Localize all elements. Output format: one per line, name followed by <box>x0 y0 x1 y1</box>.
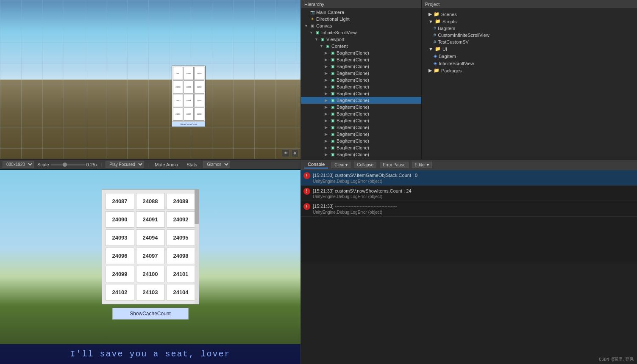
project-item-bagitem-prefab[interactable]: ◈ BagItem <box>422 52 637 60</box>
game-cell: 24098 <box>167 248 195 264</box>
hierarchy-item-bagitem[interactable]: ▶▣BagItem(Clone) <box>301 77 421 83</box>
resolution-select[interactable]: 080x1920 <box>3 161 34 168</box>
game-scrollbar[interactable] <box>195 190 199 304</box>
game-cell: 24097 <box>136 248 165 264</box>
preview-cell: 24091 <box>184 80 194 94</box>
game-cell: 24102 <box>106 284 134 301</box>
hierarchy-item-bagitem[interactable]: ▶▣BagItem(Clone) <box>301 110 421 117</box>
arrow-icon: ▼ <box>314 37 319 41</box>
hierarchy-item-bagitem[interactable]: ▶▣BagItem(Clone) <box>301 63 421 70</box>
arrow-icon: ▶ <box>325 125 329 130</box>
error-pause-button[interactable]: Error Pause <box>380 162 408 168</box>
arrow-icon: ▶ <box>325 71 329 75</box>
hierarchy-item-viewport[interactable]: ▼ ▣ Viewport <box>301 36 421 43</box>
hierarchy-item-bagitem[interactable]: ▶▣BagItem(Clone) <box>301 56 421 63</box>
console-error-item-2[interactable]: ! [15:21:33] customSV.nowShowItems.Count… <box>301 186 637 201</box>
project-item-custom-script[interactable]: # CustomInfiniteScrollView <box>422 32 637 39</box>
project-item-scenes[interactable]: ▶ 📁 Scenes <box>422 11 637 18</box>
hierarchy-item-bagitem[interactable]: ▶▣BagItem(Clone) <box>301 138 421 144</box>
game-cell: 24096 <box>106 248 134 264</box>
preview-cell: 24090 <box>173 80 183 94</box>
play-mode-select[interactable]: Play Focused <box>106 161 144 168</box>
move-icon[interactable]: ✥ <box>291 149 299 157</box>
gameobj-icon: ▣ <box>330 77 335 83</box>
preview-cell: 24089 <box>194 67 204 80</box>
hierarchy-item-bagitem[interactable]: ▶▣BagItem(Clone) <box>301 151 421 158</box>
game-cell: 24103 <box>136 284 165 301</box>
hierarchy-title: Hierarchy <box>304 2 324 7</box>
console-header: Console Clear ▾ Collapse Error Pause Edi… <box>301 160 637 170</box>
project-item-ui[interactable]: ▼ 📁 UI <box>422 45 637 52</box>
hierarchy-item-bagitem[interactable]: ▶▣BagItem(Clone) <box>301 144 421 151</box>
console-error-item-3[interactable]: ! [15:21:33] ---------------------------… <box>301 201 637 217</box>
folder-icon: 📁 <box>434 11 440 17</box>
game-cell: 24092 <box>167 211 195 228</box>
hierarchy-item-bagitem[interactable]: ▶▣BagItem(Clone) <box>301 50 421 56</box>
hier-item-label: BagItem(Clone) <box>337 145 369 150</box>
gizmos-select[interactable]: Gizmos <box>203 161 230 168</box>
arrow-icon: ▶ <box>325 152 329 157</box>
arrow-icon: ▼ <box>304 24 309 28</box>
arrow-icon: ▼ <box>320 44 324 48</box>
clear-button[interactable]: Clear ▾ <box>331 162 350 168</box>
project-header: Project <box>422 0 637 9</box>
gameobj-icon: ▣ <box>330 152 335 157</box>
hierarchy-item-content[interactable]: ▼ ▣ Content <box>301 43 421 50</box>
hierarchy-item-bagitem[interactable]: ▶▣BagItem(Clone) <box>301 104 421 110</box>
project-panel: Project ▶ 📁 Scenes ▼ 📁 Scripts # BagItem… <box>422 0 637 159</box>
eye-icon[interactable]: 👁 <box>282 149 289 157</box>
hierarchy-item-bagitem[interactable]: ▶▣BagItem(Clone) <box>301 117 421 124</box>
hier-item-label: BagItem(Clone) <box>337 125 369 130</box>
preview-cell: 24098 <box>194 108 204 121</box>
bottom-area: 080x1920 Scale 0.25x | Play Focused | Mu… <box>0 159 637 364</box>
scale-slider[interactable] <box>51 164 85 165</box>
gameobj-icon: ▣ <box>325 44 330 49</box>
gameobj-icon: ▣ <box>320 37 325 42</box>
preview-cell: 24088 <box>184 67 194 80</box>
arrow-icon: ▼ <box>425 19 433 24</box>
tab-console[interactable]: Console <box>304 161 328 168</box>
proj-item-label: Scripts <box>442 19 457 24</box>
project-item-scrollview-prefab[interactable]: ◈ InfiniteScrollView <box>422 60 637 67</box>
hierarchy-item-bagitem[interactable]: ▶▣BagItem(Clone) <box>301 83 421 90</box>
gameobj-icon: ▣ <box>330 64 335 69</box>
hierarchy-item-directional-light[interactable]: ☀ Directional Light <box>301 16 421 22</box>
hier-item-label: BagItem(Clone) <box>337 98 369 103</box>
editor-label: Editor <box>415 163 426 167</box>
project-item-bagitem-script[interactable]: # BagItem <box>422 25 637 32</box>
gameobj-icon: ▣ <box>330 91 335 96</box>
hierarchy-item-main-camera[interactable]: 📷 Main Camera <box>301 9 421 16</box>
arrow-icon: ▶ <box>325 78 329 82</box>
hierarchy-item-bagitem[interactable]: ▶▣BagItem(Clone) <box>301 131 421 138</box>
project-items: ▶ 📁 Scenes ▼ 📁 Scripts # BagItem # Custo… <box>422 9 637 159</box>
scale-thumb <box>63 163 67 167</box>
gameobj-icon: ▣ <box>330 71 335 76</box>
console-text-main: [15:21:33] -----------------------------… <box>313 203 397 210</box>
console-error-item-1[interactable]: ! [15:21:33] customSV.itemGameObjStack.C… <box>301 170 637 186</box>
project-item-packages[interactable]: ▶ 📁 Packages <box>422 67 637 74</box>
folder-icon: 📁 <box>435 46 441 52</box>
stats-button[interactable]: Stats <box>184 162 200 168</box>
hierarchy-item-bagitem-selected[interactable]: ▶▣BagItem(Clone) <box>301 97 421 104</box>
hierarchy-item-bagitem[interactable]: ▶▣BagItem(Clone) <box>301 90 421 97</box>
hier-item-label: BagItem(Clone) <box>337 138 369 143</box>
game-cell: 24094 <box>136 229 165 246</box>
game-cell: 24093 <box>106 229 134 246</box>
show-cache-count-button[interactable]: ShowCacheCount <box>112 308 189 320</box>
mute-audio-button[interactable]: Mute Audio <box>152 162 181 168</box>
hierarchy-item-infinite-scroll[interactable]: ▼ ▣ InfiniteScrollView <box>301 29 421 36</box>
editor-button[interactable]: Editor ▾ <box>412 162 432 168</box>
project-item-test-script[interactable]: # TestCustomSV <box>422 39 637 45</box>
hierarchy-item-canvas[interactable]: ▼ ▣ Canvas <box>301 22 421 29</box>
game-cell: 24089 <box>167 193 195 210</box>
hierarchy-item-bagitem[interactable]: ▶▣BagItem(Clone) <box>301 70 421 77</box>
hierarchy-item-bagitem[interactable]: ▶▣BagItem(Clone) <box>301 124 421 131</box>
collapse-button[interactable]: Collapse <box>354 162 376 168</box>
preview-cell: 24095 <box>194 94 204 107</box>
game-toolbar: 080x1920 Scale 0.25x | Play Focused | Mu… <box>0 160 300 170</box>
game-ui-container: 24087 24088 24089 24090 24091 24092 2409… <box>102 189 199 320</box>
hierarchy-panel: Hierarchy 📷 Main Camera ☀ Directional Li… <box>301 0 422 159</box>
watermark: CSDN @百里.登风 <box>599 356 634 362</box>
game-item-grid: 24087 24088 24089 24090 24091 24092 2409… <box>102 190 199 304</box>
project-item-scripts[interactable]: ▼ 📁 Scripts <box>422 18 637 25</box>
